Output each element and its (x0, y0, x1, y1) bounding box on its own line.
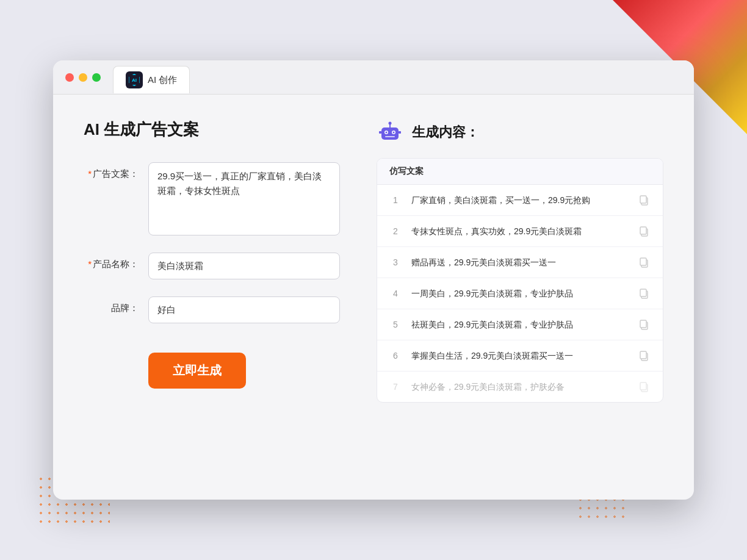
title-bar: AI AI 创作 (53, 60, 694, 95)
table-row: 3赠品再送，29.9元美白淡斑霜买一送一 (377, 247, 663, 278)
row-text: 祛斑美白，29.9元美白淡斑霜，专业护肤品 (411, 318, 627, 331)
row-number: 6 (389, 351, 402, 361)
table-row: 4一周美白，29.9元美白淡斑霜，专业护肤品 (377, 278, 663, 309)
copy-button[interactable] (637, 287, 651, 300)
row-number: 7 (389, 382, 402, 392)
row-number: 1 (389, 195, 402, 205)
right-header: 生成内容： (377, 119, 663, 146)
copy-button[interactable] (637, 256, 651, 269)
row-text: 厂家直销，美白淡斑霜，买一送一，29.9元抢购 (411, 194, 627, 207)
required-star-product: * (88, 259, 92, 269)
table-row: 2专抹女性斑点，真实功效，29.9元美白淡斑霜 (377, 216, 663, 247)
copy-button[interactable] (637, 349, 651, 362)
row-text: 一周美白，29.9元美白淡斑霜，专业护肤品 (411, 287, 627, 300)
generate-button[interactable]: 立即生成 (148, 353, 246, 389)
row-number: 2 (389, 226, 402, 236)
content-area: AI 生成广告文案 *广告文案： *产品名称： 品牌： 立 (53, 95, 694, 497)
results-table: 仿写文案 1厂家直销，美白淡斑霜，买一送一，29.9元抢购 2专抹女性斑点，真实… (377, 158, 663, 403)
table-row: 5祛斑美白，29.9元美白淡斑霜，专业护肤品 (377, 309, 663, 340)
page-title: AI 生成广告文案 (84, 119, 340, 140)
tab-label: AI 创作 (148, 74, 177, 86)
svg-rect-21 (640, 351, 646, 359)
product-name-input[interactable] (148, 253, 340, 279)
svg-rect-23 (640, 382, 646, 390)
right-panel: 生成内容： 仿写文案 1厂家直销，美白淡斑霜，买一送一，29.9元抢购 2专抹女… (377, 119, 663, 473)
ad-copy-input[interactable] (148, 162, 340, 235)
minimize-button[interactable] (79, 73, 87, 82)
maximize-button[interactable] (92, 73, 101, 82)
product-name-group: *产品名称： (84, 253, 340, 279)
row-text: 赠品再送，29.9元美白淡斑霜买一送一 (411, 256, 627, 269)
required-star-ad: * (88, 168, 92, 179)
brand-label: 品牌： (84, 296, 139, 314)
ai-logo-icon: AI (126, 71, 143, 88)
robot-icon (377, 119, 403, 146)
svg-rect-15 (640, 258, 646, 265)
svg-rect-0 (381, 127, 399, 140)
traffic-lights (65, 73, 101, 82)
row-text: 女神必备，29.9元美白淡斑霜，护肤必备 (411, 381, 627, 393)
right-panel-title: 生成内容： (412, 123, 479, 142)
close-button[interactable] (65, 73, 74, 82)
svg-point-7 (389, 122, 392, 125)
copy-button[interactable] (637, 318, 651, 331)
brand-input[interactable] (148, 296, 340, 323)
tab-ai-creation[interactable]: AI AI 创作 (113, 66, 190, 93)
left-panel: AI 生成广告文案 *广告文案： *产品名称： 品牌： 立 (84, 119, 340, 473)
svg-point-3 (386, 132, 388, 134)
svg-rect-5 (385, 136, 395, 137)
copy-button[interactable] (637, 380, 651, 393)
ad-copy-label: *广告文案： (84, 162, 139, 180)
row-text: 专抹女性斑点，真实功效，29.9元美白淡斑霜 (411, 225, 627, 238)
svg-rect-13 (640, 227, 646, 234)
svg-rect-11 (640, 196, 646, 203)
svg-rect-8 (379, 131, 381, 134)
ad-copy-group: *广告文案： (84, 162, 340, 235)
product-name-label: *产品名称： (84, 253, 139, 270)
svg-rect-17 (640, 289, 646, 296)
row-text: 掌握美白生活，29.9元美白淡斑霜买一送一 (411, 350, 627, 362)
row-number: 5 (389, 320, 402, 329)
row-number: 4 (389, 289, 402, 298)
svg-rect-9 (399, 131, 401, 134)
svg-point-4 (393, 132, 395, 134)
row-number: 3 (389, 257, 402, 267)
table-header: 仿写文案 (377, 159, 663, 185)
table-row: 6掌握美白生活，29.9元美白淡斑霜买一送一 (377, 340, 663, 372)
table-row: 1厂家直销，美白淡斑霜，买一送一，29.9元抢购 (377, 185, 663, 216)
table-row: 7女神必备，29.9元美白淡斑霜，护肤必备 (377, 372, 663, 402)
copy-button[interactable] (637, 193, 651, 207)
brand-group: 品牌： (84, 296, 340, 323)
svg-rect-19 (640, 320, 646, 328)
copy-button[interactable] (637, 224, 651, 238)
browser-window: AI AI 创作 AI 生成广告文案 *广告文案： *产品名称： (53, 60, 694, 500)
